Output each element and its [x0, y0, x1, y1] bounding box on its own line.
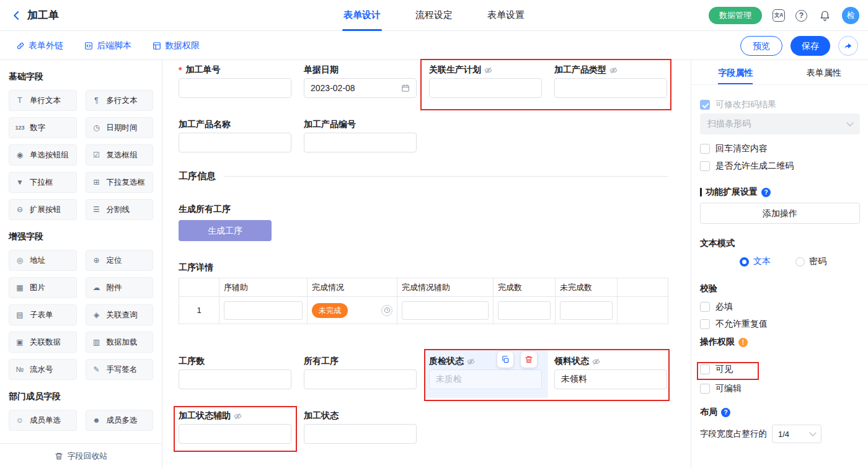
visible-checkbox[interactable]: 可见 [700, 364, 860, 375]
copy-field-button[interactable] [497, 351, 513, 368]
tab-field-properties[interactable]: 字段属性 [691, 60, 780, 84]
field-product-name[interactable]: 加工产品名称 [179, 118, 291, 152]
sidebar-item-radio-group[interactable]: ◉单选按钮组 [9, 144, 77, 166]
qrcode-label: 是否允许生成二维码 [715, 161, 794, 172]
checkbox-checked-icon [700, 100, 710, 110]
sidebar-item-divider[interactable]: ☰分割线 [86, 199, 154, 220]
radio-password[interactable]: 密码 [795, 256, 826, 267]
aux-cell-input[interactable] [224, 301, 303, 320]
location-icon: ⊕ [91, 256, 103, 265]
radio-text[interactable]: 文本 [740, 256, 771, 267]
field-production-plan[interactable]: 关联生产计划 [429, 64, 542, 98]
process-count-input[interactable] [179, 369, 291, 389]
order-no-input[interactable] [179, 78, 291, 98]
table-header-row: 序辅助 完成情况 完成情况辅助 完成数 未完成数 [179, 278, 668, 296]
generate-process-button[interactable]: 生成工序 [179, 220, 272, 241]
sidebar-item-dropdown[interactable]: ▼下拉框 [9, 172, 77, 193]
address-icon: ◎ [14, 256, 26, 265]
sidebar-item-linked-query[interactable]: ◈关联查询 [86, 304, 154, 325]
secondary-toolbar: 表单外链 后端脚本 数据权限 预览 保存 [0, 31, 868, 60]
field-material-status[interactable]: 领料状态 未领料 [554, 355, 667, 389]
material-status-input[interactable]: 未领料 [554, 369, 667, 389]
field-recycle-bin[interactable]: 字段回收站 [0, 443, 162, 468]
sidebar-item-image[interactable]: ▦图片 [9, 277, 77, 298]
divider-line [224, 176, 668, 177]
section-divider-process-info: 工序信息 [179, 170, 668, 182]
sidebar-item-serial-number[interactable]: №流水号 [9, 359, 77, 380]
avatar[interactable]: 检 [842, 7, 859, 24]
field-product-type[interactable]: 加工产品类型 [554, 64, 667, 98]
language-icon[interactable]: 文A [773, 9, 785, 22]
help-icon[interactable]: ? [761, 188, 771, 197]
preview-button[interactable]: 预览 [740, 36, 782, 56]
scan-type-select[interactable]: 扫描条形码 [700, 113, 860, 135]
product-code-input[interactable] [304, 133, 417, 152]
field-doc-date[interactable]: 单据日期 2023-02-08 [304, 64, 417, 98]
tab-flow-setting[interactable]: 流程设定 [398, 0, 470, 31]
data-permission-link[interactable]: 数据权限 [153, 40, 200, 51]
field-status[interactable]: 加工状态 [304, 410, 417, 444]
all-process-input[interactable] [304, 369, 417, 389]
delete-field-button[interactable] [521, 351, 537, 368]
product-name-input[interactable] [179, 133, 291, 152]
no-duplicate-checkbox[interactable]: 不允许重复值 [700, 319, 860, 330]
tab-form-setting[interactable]: 表单设置 [470, 0, 542, 31]
qc-status-input[interactable]: 未质检 [429, 369, 542, 389]
sidebar-item-datetime[interactable]: ◷日期时间 [86, 117, 154, 138]
field-width-select[interactable]: 1/4 [772, 425, 822, 443]
sidebar-item-location[interactable]: ⊕定位 [86, 250, 154, 271]
sidebar-item-number[interactable]: 123数字 [9, 117, 77, 138]
doc-date-input[interactable]: 2023-02-08 [304, 78, 417, 98]
field-product-code[interactable]: 加工产品编号 [304, 118, 417, 152]
status-aux-input[interactable] [179, 424, 291, 444]
eye-off-icon [484, 66, 492, 74]
production-plan-input[interactable] [429, 78, 542, 98]
required-checkbox[interactable]: 必填 [700, 301, 860, 312]
product-type-input[interactable] [554, 78, 667, 98]
sidebar-item-data-load[interactable]: ▥数据加载 [86, 332, 154, 353]
undone-count-cell-input[interactable] [560, 301, 613, 320]
sidebar-item-multi-dropdown[interactable]: ⊞下拉复选框 [86, 172, 154, 193]
data-permission-label: 数据权限 [165, 40, 200, 51]
form-external-link[interactable]: 表单外链 [16, 40, 63, 51]
notification-bell-icon[interactable] [818, 9, 831, 22]
field-status-aux[interactable]: 加工状态辅助 [179, 410, 291, 444]
field-process-count[interactable]: 工序数 [179, 355, 291, 389]
done-count-cell-input[interactable] [498, 301, 551, 320]
sidebar-item-attachment[interactable]: ☁附件 [86, 277, 154, 298]
sidebar-item-signature[interactable]: ✎手写签名 [86, 359, 154, 380]
modify-scan-checkbox[interactable]: 可修改扫码结果 [700, 99, 860, 110]
sidebar-item-extend-button[interactable]: ⊖扩展按钮 [9, 199, 77, 220]
add-action-button[interactable]: 添加操作 [700, 203, 860, 224]
share-button[interactable] [838, 36, 858, 56]
status-input[interactable] [304, 424, 417, 444]
section-title-enhanced-fields: 增强字段 [9, 231, 153, 242]
sidebar-item-checkbox-group[interactable]: ☑复选框组 [86, 144, 154, 166]
sidebar-item-address[interactable]: ◎地址 [9, 250, 77, 271]
field-order-no[interactable]: *加工单号 [179, 64, 291, 98]
field-all-process[interactable]: 所有工序 [304, 355, 417, 389]
sidebar-item-member-multi[interactable]: ☻成员多选 [86, 410, 154, 431]
back-button[interactable] [10, 9, 24, 22]
data-manage-button[interactable]: 数据管理 [709, 7, 762, 24]
trash-icon [525, 355, 533, 364]
tab-form-properties[interactable]: 表单属性 [780, 60, 868, 84]
tab-form-design[interactable]: 表单设计 [326, 0, 398, 31]
sidebar-item-member-single[interactable]: ☺成员单选 [9, 410, 77, 431]
sidebar-item-subform[interactable]: ▤子表单 [9, 304, 77, 325]
member-single-icon: ☺ [14, 416, 26, 425]
qrcode-checkbox[interactable]: 是否允许生成二维码 [700, 161, 860, 172]
sidebar-item-single-line-text[interactable]: T单行文本 [9, 90, 77, 111]
checkbox-icon [700, 144, 710, 154]
enter-clear-checkbox[interactable]: 回车清空内容 [700, 143, 860, 154]
help-icon[interactable]: ? [721, 408, 730, 417]
basic-fields-grid: T单行文本 ¶多行文本 123数字 ◷日期时间 ◉单选按钮组 ☑复选框组 ▼下拉… [9, 90, 153, 220]
completion-aux-cell-input[interactable] [402, 301, 489, 320]
sidebar-item-linked-data[interactable]: ▣关联数据 [9, 332, 77, 353]
save-button[interactable]: 保存 [790, 36, 830, 56]
editable-checkbox[interactable]: 可编辑 [700, 383, 860, 394]
status-clock-button[interactable] [381, 305, 392, 316]
help-icon[interactable]: ? [795, 10, 807, 22]
backend-script-link[interactable]: 后端脚本 [84, 40, 131, 51]
sidebar-item-multi-line-text[interactable]: ¶多行文本 [86, 90, 154, 111]
